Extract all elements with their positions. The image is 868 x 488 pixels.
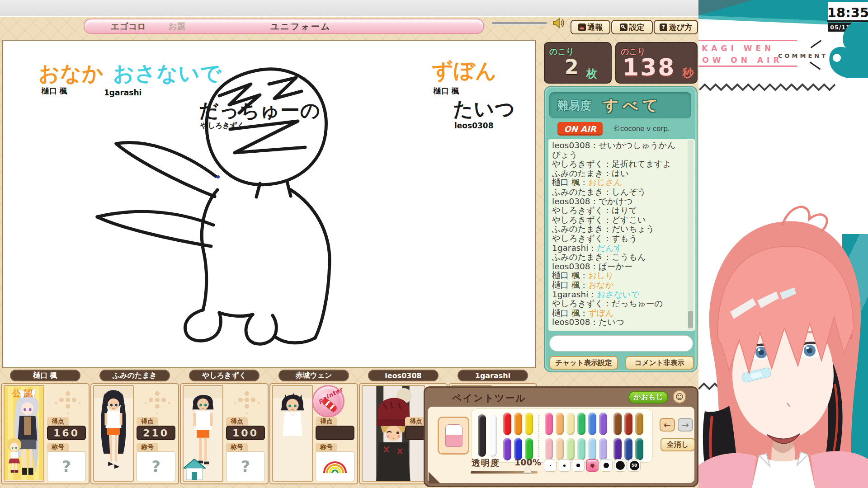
- speech-bubble-shape: [825, 22, 868, 78]
- slash-decoration: [811, 40, 822, 48]
- chat-display-settings-button[interactable]: チャット表示設定: [549, 356, 618, 370]
- screen: エゴコロ お題 ユニフォーム 通報 設定 ? 遊び方: [0, 0, 868, 488]
- title-label: 称号: [316, 443, 337, 451]
- crayon[interactable]: [514, 413, 522, 435]
- game-logo: エゴコロ: [111, 21, 146, 33]
- howto-button[interactable]: ? 遊び方: [654, 20, 698, 34]
- painter-badge: painter: [312, 385, 344, 418]
- chat-scrollbar-thumb[interactable]: [688, 311, 693, 328]
- brush-size-1[interactable]: [544, 459, 557, 472]
- panel-toggle-button[interactable]: ☺: [673, 390, 686, 404]
- chat-message: 1garashi：おさないで: [552, 290, 684, 300]
- drawing-canvas[interactable]: おなか 樋口 楓 おさないで 1garashi だっちゅーの やしろきずく ずぼ…: [2, 40, 536, 368]
- crayon[interactable]: [599, 438, 607, 460]
- zigzag-line: [699, 83, 838, 94]
- chat-message: leos0308：ぱーかー: [552, 262, 684, 272]
- settings-button[interactable]: 設定: [611, 20, 653, 34]
- difficulty-label: 難易度: [557, 98, 591, 113]
- crayon[interactable]: [566, 438, 575, 460]
- crayon[interactable]: [588, 438, 596, 460]
- vtuber-avatar: [698, 194, 868, 488]
- score-value: 210: [137, 426, 175, 440]
- player-card: ふみのたまき: [90, 370, 179, 486]
- player-name: leos0308: [368, 370, 439, 381]
- certified-badge: 公認: [5, 388, 43, 399]
- redo-arrow-button[interactable]: →: [678, 418, 693, 432]
- rainbow-icon: [322, 459, 348, 474]
- player-name: 赤城ウェン: [278, 370, 349, 381]
- brush-size-5[interactable]: [614, 459, 627, 472]
- score-label: 得点: [137, 417, 158, 426]
- crayon[interactable]: [613, 413, 622, 435]
- crayon[interactable]: [577, 413, 585, 435]
- comment-label: COMMENT: [778, 52, 828, 59]
- crayon-black[interactable]: [478, 414, 486, 457]
- difficulty-value: すべて: [603, 95, 662, 116]
- crayon[interactable]: [635, 438, 643, 460]
- avatar: [183, 385, 223, 482]
- comment-hide-button[interactable]: コメント非表示: [625, 356, 694, 370]
- chat-input[interactable]: [549, 335, 693, 352]
- eraser-button[interactable]: [438, 417, 469, 455]
- home-icon: [183, 458, 206, 482]
- clover-decoration: [155, 398, 160, 402]
- crayon[interactable]: [613, 438, 622, 460]
- player-name: 1garashi: [458, 370, 528, 381]
- crayon-white[interactable]: [489, 414, 497, 457]
- brush-size-2[interactable]: [558, 459, 571, 472]
- chat-scrollbar[interactable]: [688, 140, 693, 330]
- guess-user: 1garashi: [104, 88, 142, 97]
- panel-fold-decoration: [429, 472, 440, 483]
- crayon[interactable]: [599, 413, 607, 435]
- paint-tool-panel: ペイントツール かおもじ ☺: [424, 386, 698, 487]
- chat-message: ふみのたまき：しんぞう: [552, 188, 684, 197]
- chat-message: ふみのたまき：こうもん: [552, 253, 684, 262]
- chat-panel: 難易度 すべて ON AIR ©cocone v corp. leos0308：…: [544, 86, 698, 372]
- score-value: [316, 426, 354, 440]
- crayon[interactable]: [624, 438, 632, 460]
- question-icon: ?: [660, 23, 667, 31]
- crayon[interactable]: [556, 438, 564, 460]
- guess-text: だっちゅーの: [199, 98, 321, 124]
- crayon[interactable]: [545, 438, 553, 460]
- opacity-slider-handle[interactable]: [524, 466, 532, 473]
- chat-message: leos0308：でかけつ: [552, 197, 684, 206]
- title-value: ?: [226, 451, 265, 481]
- volume-slider-handle[interactable]: [539, 24, 545, 29]
- chat-message: ふみのたまき：はい: [552, 169, 684, 178]
- guess-text: おなか: [38, 60, 104, 88]
- clear-all-button[interactable]: 全消し: [660, 438, 695, 451]
- guess-text: たいつ: [453, 96, 515, 122]
- crayon[interactable]: [545, 413, 553, 435]
- crayon[interactable]: [503, 413, 511, 435]
- topic-value: ユニフォーム: [270, 21, 331, 33]
- undo-arrow-button[interactable]: ←: [660, 418, 675, 432]
- score-label: 得点: [226, 417, 248, 426]
- crayon[interactable]: [588, 413, 596, 435]
- chat-message: ふみのたまき：だいちょう: [552, 225, 684, 234]
- player-name: 樋口 楓: [10, 370, 80, 381]
- player-card: 赤城ウェン painter: [269, 370, 358, 486]
- chat-message: 1garashi：だんす: [552, 244, 684, 253]
- alarm-icon: [578, 23, 586, 31]
- crayon[interactable]: [635, 413, 643, 435]
- crayon[interactable]: [525, 413, 533, 435]
- avatar: 公認: [4, 385, 44, 482]
- chat-log[interactable]: leos0308：せいかつしゅうかんびょう やしろきずく：足折れてますよ ふみの…: [548, 139, 695, 331]
- brush-size-3[interactable]: [572, 459, 585, 472]
- brush-size-selected[interactable]: [586, 459, 599, 472]
- brush-size-50[interactable]: 50: [628, 459, 641, 472]
- crayon[interactable]: [556, 413, 564, 435]
- crayon[interactable]: [503, 438, 511, 460]
- kaomoji-button[interactable]: かおもじ: [628, 391, 668, 404]
- crayon[interactable]: [624, 413, 632, 435]
- brush-size-4[interactable]: [600, 459, 613, 472]
- clover-decoration: [245, 398, 249, 402]
- chat-message: やしろきずく：足折れてますよ: [552, 160, 684, 169]
- report-button[interactable]: 通報: [571, 20, 610, 34]
- speaker-icon[interactable]: [552, 17, 565, 29]
- crayon[interactable]: [566, 413, 575, 435]
- crayon[interactable]: [577, 438, 585, 460]
- guess-text: ずぼん: [432, 57, 497, 85]
- paint-tool-title: ペイントツール: [452, 392, 526, 404]
